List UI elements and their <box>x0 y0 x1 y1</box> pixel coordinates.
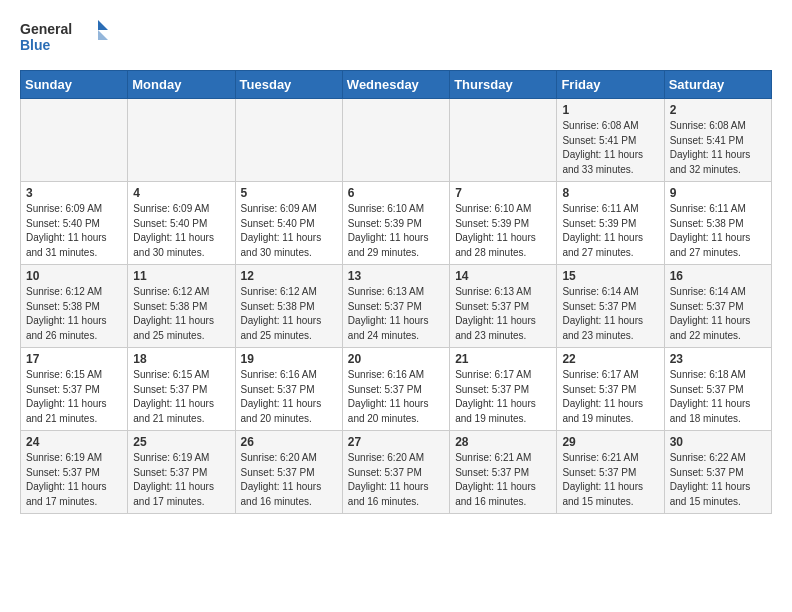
day-number: 29 <box>562 435 658 449</box>
page: General Blue SundayMondayTuesdayWednesda… <box>0 0 792 530</box>
day-cell: 9Sunrise: 6:11 AM Sunset: 5:38 PM Daylig… <box>664 182 771 265</box>
day-number: 12 <box>241 269 337 283</box>
day-info: Sunrise: 6:08 AM Sunset: 5:41 PM Dayligh… <box>562 119 658 177</box>
day-cell: 5Sunrise: 6:09 AM Sunset: 5:40 PM Daylig… <box>235 182 342 265</box>
generalblue-logo: General Blue <box>20 16 110 60</box>
week-row-3: 10Sunrise: 6:12 AM Sunset: 5:38 PM Dayli… <box>21 265 772 348</box>
day-info: Sunrise: 6:10 AM Sunset: 5:39 PM Dayligh… <box>455 202 551 260</box>
week-row-4: 17Sunrise: 6:15 AM Sunset: 5:37 PM Dayli… <box>21 348 772 431</box>
day-cell: 19Sunrise: 6:16 AM Sunset: 5:37 PM Dayli… <box>235 348 342 431</box>
weekday-header-wednesday: Wednesday <box>342 71 449 99</box>
weekday-header-thursday: Thursday <box>450 71 557 99</box>
day-cell <box>342 99 449 182</box>
day-cell: 30Sunrise: 6:22 AM Sunset: 5:37 PM Dayli… <box>664 431 771 514</box>
weekday-header-saturday: Saturday <box>664 71 771 99</box>
day-number: 3 <box>26 186 122 200</box>
day-info: Sunrise: 6:12 AM Sunset: 5:38 PM Dayligh… <box>26 285 122 343</box>
day-cell: 4Sunrise: 6:09 AM Sunset: 5:40 PM Daylig… <box>128 182 235 265</box>
day-cell: 24Sunrise: 6:19 AM Sunset: 5:37 PM Dayli… <box>21 431 128 514</box>
svg-text:General: General <box>20 21 72 37</box>
day-info: Sunrise: 6:19 AM Sunset: 5:37 PM Dayligh… <box>133 451 229 509</box>
day-info: Sunrise: 6:08 AM Sunset: 5:41 PM Dayligh… <box>670 119 766 177</box>
day-cell: 27Sunrise: 6:20 AM Sunset: 5:37 PM Dayli… <box>342 431 449 514</box>
day-info: Sunrise: 6:12 AM Sunset: 5:38 PM Dayligh… <box>133 285 229 343</box>
day-cell: 25Sunrise: 6:19 AM Sunset: 5:37 PM Dayli… <box>128 431 235 514</box>
svg-text:Blue: Blue <box>20 37 51 53</box>
logo: General Blue <box>20 16 110 60</box>
day-info: Sunrise: 6:09 AM Sunset: 5:40 PM Dayligh… <box>133 202 229 260</box>
day-info: Sunrise: 6:10 AM Sunset: 5:39 PM Dayligh… <box>348 202 444 260</box>
day-info: Sunrise: 6:20 AM Sunset: 5:37 PM Dayligh… <box>241 451 337 509</box>
day-cell: 13Sunrise: 6:13 AM Sunset: 5:37 PM Dayli… <box>342 265 449 348</box>
day-cell <box>128 99 235 182</box>
day-cell: 26Sunrise: 6:20 AM Sunset: 5:37 PM Dayli… <box>235 431 342 514</box>
day-number: 25 <box>133 435 229 449</box>
day-number: 14 <box>455 269 551 283</box>
day-info: Sunrise: 6:14 AM Sunset: 5:37 PM Dayligh… <box>670 285 766 343</box>
day-number: 30 <box>670 435 766 449</box>
day-cell <box>450 99 557 182</box>
day-info: Sunrise: 6:20 AM Sunset: 5:37 PM Dayligh… <box>348 451 444 509</box>
day-number: 15 <box>562 269 658 283</box>
day-cell: 2Sunrise: 6:08 AM Sunset: 5:41 PM Daylig… <box>664 99 771 182</box>
day-info: Sunrise: 6:18 AM Sunset: 5:37 PM Dayligh… <box>670 368 766 426</box>
day-info: Sunrise: 6:14 AM Sunset: 5:37 PM Dayligh… <box>562 285 658 343</box>
day-info: Sunrise: 6:16 AM Sunset: 5:37 PM Dayligh… <box>241 368 337 426</box>
weekday-header-tuesday: Tuesday <box>235 71 342 99</box>
day-cell: 15Sunrise: 6:14 AM Sunset: 5:37 PM Dayli… <box>557 265 664 348</box>
day-info: Sunrise: 6:15 AM Sunset: 5:37 PM Dayligh… <box>26 368 122 426</box>
day-number: 9 <box>670 186 766 200</box>
day-info: Sunrise: 6:09 AM Sunset: 5:40 PM Dayligh… <box>26 202 122 260</box>
day-info: Sunrise: 6:19 AM Sunset: 5:37 PM Dayligh… <box>26 451 122 509</box>
day-info: Sunrise: 6:13 AM Sunset: 5:37 PM Dayligh… <box>455 285 551 343</box>
day-number: 4 <box>133 186 229 200</box>
day-info: Sunrise: 6:09 AM Sunset: 5:40 PM Dayligh… <box>241 202 337 260</box>
day-info: Sunrise: 6:21 AM Sunset: 5:37 PM Dayligh… <box>455 451 551 509</box>
week-row-2: 3Sunrise: 6:09 AM Sunset: 5:40 PM Daylig… <box>21 182 772 265</box>
day-number: 17 <box>26 352 122 366</box>
day-cell: 20Sunrise: 6:16 AM Sunset: 5:37 PM Dayli… <box>342 348 449 431</box>
header: General Blue <box>20 16 772 60</box>
day-number: 24 <box>26 435 122 449</box>
day-number: 6 <box>348 186 444 200</box>
day-number: 1 <box>562 103 658 117</box>
week-row-5: 24Sunrise: 6:19 AM Sunset: 5:37 PM Dayli… <box>21 431 772 514</box>
day-cell: 17Sunrise: 6:15 AM Sunset: 5:37 PM Dayli… <box>21 348 128 431</box>
day-cell: 14Sunrise: 6:13 AM Sunset: 5:37 PM Dayli… <box>450 265 557 348</box>
day-number: 16 <box>670 269 766 283</box>
day-number: 11 <box>133 269 229 283</box>
day-info: Sunrise: 6:11 AM Sunset: 5:39 PM Dayligh… <box>562 202 658 260</box>
day-cell: 28Sunrise: 6:21 AM Sunset: 5:37 PM Dayli… <box>450 431 557 514</box>
day-info: Sunrise: 6:17 AM Sunset: 5:37 PM Dayligh… <box>562 368 658 426</box>
day-cell <box>21 99 128 182</box>
day-cell: 7Sunrise: 6:10 AM Sunset: 5:39 PM Daylig… <box>450 182 557 265</box>
day-cell: 8Sunrise: 6:11 AM Sunset: 5:39 PM Daylig… <box>557 182 664 265</box>
weekday-header-sunday: Sunday <box>21 71 128 99</box>
day-number: 2 <box>670 103 766 117</box>
day-number: 10 <box>26 269 122 283</box>
weekday-header-row: SundayMondayTuesdayWednesdayThursdayFrid… <box>21 71 772 99</box>
day-number: 27 <box>348 435 444 449</box>
calendar: SundayMondayTuesdayWednesdayThursdayFrid… <box>20 70 772 514</box>
weekday-header-monday: Monday <box>128 71 235 99</box>
day-cell: 18Sunrise: 6:15 AM Sunset: 5:37 PM Dayli… <box>128 348 235 431</box>
day-number: 13 <box>348 269 444 283</box>
day-info: Sunrise: 6:12 AM Sunset: 5:38 PM Dayligh… <box>241 285 337 343</box>
day-cell: 1Sunrise: 6:08 AM Sunset: 5:41 PM Daylig… <box>557 99 664 182</box>
day-info: Sunrise: 6:22 AM Sunset: 5:37 PM Dayligh… <box>670 451 766 509</box>
day-info: Sunrise: 6:11 AM Sunset: 5:38 PM Dayligh… <box>670 202 766 260</box>
day-cell: 11Sunrise: 6:12 AM Sunset: 5:38 PM Dayli… <box>128 265 235 348</box>
day-number: 26 <box>241 435 337 449</box>
day-number: 20 <box>348 352 444 366</box>
day-number: 23 <box>670 352 766 366</box>
day-number: 18 <box>133 352 229 366</box>
day-cell: 10Sunrise: 6:12 AM Sunset: 5:38 PM Dayli… <box>21 265 128 348</box>
day-number: 5 <box>241 186 337 200</box>
day-info: Sunrise: 6:13 AM Sunset: 5:37 PM Dayligh… <box>348 285 444 343</box>
day-number: 7 <box>455 186 551 200</box>
day-number: 8 <box>562 186 658 200</box>
day-cell: 12Sunrise: 6:12 AM Sunset: 5:38 PM Dayli… <box>235 265 342 348</box>
day-cell: 6Sunrise: 6:10 AM Sunset: 5:39 PM Daylig… <box>342 182 449 265</box>
week-row-1: 1Sunrise: 6:08 AM Sunset: 5:41 PM Daylig… <box>21 99 772 182</box>
day-cell: 23Sunrise: 6:18 AM Sunset: 5:37 PM Dayli… <box>664 348 771 431</box>
